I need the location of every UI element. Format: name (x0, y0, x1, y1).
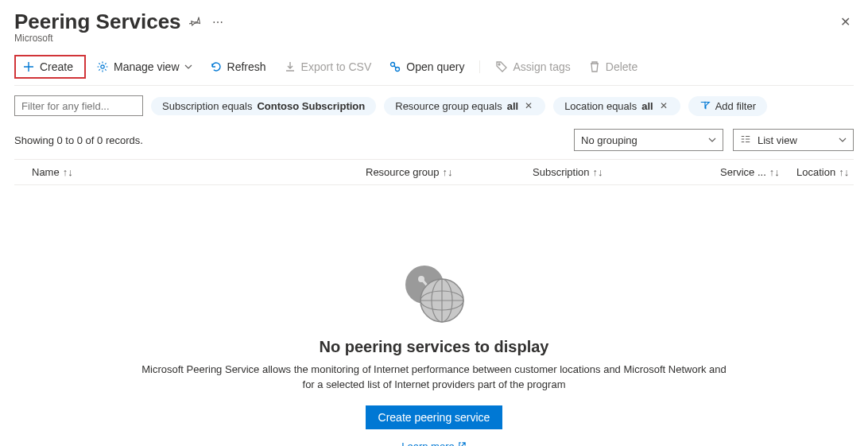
records-count: Showing 0 to 0 of 0 records. (14, 134, 143, 146)
view-select[interactable]: List view (733, 129, 854, 151)
create-label: Create (40, 60, 73, 73)
grouping-select[interactable]: No grouping (574, 129, 723, 151)
tag-icon (495, 60, 508, 73)
sort-icon: ↑↓ (443, 166, 453, 178)
add-filter-label: Add filter (715, 100, 756, 112)
pill-loc-prefix: Location equals (564, 100, 637, 112)
column-location[interactable]: Location ↑↓ (796, 166, 854, 178)
pill-subscription-value: Contoso Subscription (257, 100, 365, 112)
trash-icon (588, 60, 601, 73)
learn-more-label: Learn more (401, 440, 454, 446)
pill-subscription-prefix: Subscription equals (162, 100, 252, 112)
query-icon (389, 60, 401, 73)
close-icon[interactable]: ✕ (837, 11, 854, 33)
refresh-icon (210, 60, 223, 73)
column-subscription[interactable]: Subscription ↑↓ (533, 166, 720, 178)
manage-view-label: Manage view (114, 60, 180, 73)
export-csv-button[interactable]: Export to CSV (277, 56, 379, 77)
pill-rg-clear-icon[interactable]: ✕ (523, 100, 534, 111)
chevron-down-icon (839, 134, 847, 146)
pill-loc-clear-icon[interactable]: ✕ (658, 100, 669, 111)
view-select-value: List view (758, 134, 797, 146)
table-header: Name ↑↓ Resource group ↑↓ Subscription ↑… (14, 159, 854, 185)
refresh-button[interactable]: Refresh (203, 56, 273, 77)
sort-icon: ↑↓ (839, 166, 849, 178)
plus-icon (22, 60, 35, 73)
svg-point-0 (101, 65, 104, 68)
grouping-select-value: No grouping (581, 134, 637, 146)
list-icon (740, 134, 751, 147)
filter-add-icon (699, 99, 711, 113)
column-resource-group[interactable]: Resource group ↑↓ (366, 166, 533, 178)
pin-icon[interactable] (189, 15, 201, 29)
pill-location[interactable]: Location equals all ✕ (553, 97, 680, 115)
sort-icon: ↑↓ (63, 166, 73, 178)
page-subtitle: Microsoft (14, 33, 854, 44)
open-query-button[interactable]: Open query (382, 56, 471, 77)
pill-rg-value: all (507, 100, 518, 112)
download-icon (284, 60, 296, 73)
chevron-down-icon (708, 134, 716, 146)
assign-tags-button: Assign tags (488, 56, 577, 77)
svg-point-3 (498, 64, 500, 65)
empty-state: No peering services to display Microsoft… (14, 257, 854, 446)
column-name[interactable]: Name ↑↓ (32, 166, 366, 178)
svg-point-1 (391, 63, 395, 67)
empty-title: No peering services to display (320, 338, 549, 356)
column-service[interactable]: Service ... ↑↓ (720, 166, 796, 178)
separator (479, 60, 480, 73)
export-csv-label: Export to CSV (301, 60, 372, 73)
globe-icon (394, 257, 474, 328)
pill-loc-value: all (641, 100, 653, 112)
sort-icon: ↑↓ (769, 166, 780, 178)
more-icon[interactable]: ⋯ (212, 16, 224, 29)
pill-resource-group[interactable]: Resource group equals all ✕ (384, 97, 545, 115)
chevron-down-icon (184, 60, 192, 73)
command-bar: Create Manage view Refresh Export to CSV (14, 55, 854, 86)
svg-point-2 (396, 68, 400, 72)
create-peering-service-button[interactable]: Create peering service (366, 405, 503, 429)
filter-bar: Subscription equals Contoso Subscription… (14, 95, 854, 116)
page-title: Peering Services (14, 10, 181, 34)
delete-label: Delete (606, 60, 637, 73)
sort-icon: ↑↓ (593, 166, 603, 178)
create-button[interactable]: Create (14, 55, 86, 79)
add-filter-button[interactable]: Add filter (688, 96, 767, 116)
filter-input[interactable] (14, 95, 143, 116)
refresh-label: Refresh (227, 60, 266, 73)
learn-more-link[interactable]: Learn more (401, 440, 466, 446)
empty-text: Microsoft Peering Service allows the mon… (140, 363, 728, 393)
pill-subscription[interactable]: Subscription equals Contoso Subscription (151, 97, 376, 115)
gear-icon (96, 60, 109, 73)
delete-button: Delete (581, 56, 645, 77)
pill-rg-prefix: Resource group equals (395, 100, 502, 112)
external-link-icon (458, 440, 467, 446)
open-query-label: Open query (406, 60, 464, 73)
assign-tags-label: Assign tags (513, 60, 570, 73)
manage-view-button[interactable]: Manage view (89, 56, 200, 77)
